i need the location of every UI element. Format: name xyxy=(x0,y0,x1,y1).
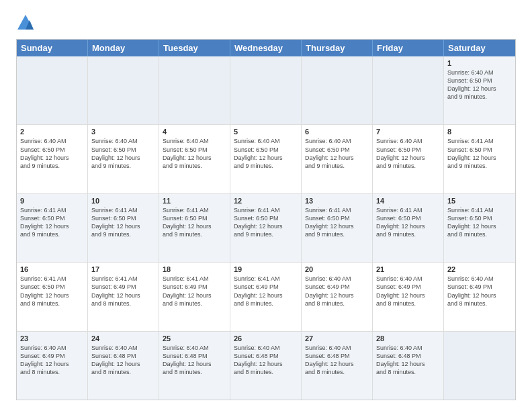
day-info: Sunrise: 6:40 AM Sunset: 6:48 PM Dayligh… xyxy=(163,344,226,377)
calendar-cell-17: 17Sunrise: 6:41 AM Sunset: 6:49 PM Dayli… xyxy=(88,263,159,330)
day-info: Sunrise: 6:40 AM Sunset: 6:50 PM Dayligh… xyxy=(376,137,440,170)
calendar-cell-22: 22Sunrise: 6:40 AM Sunset: 6:49 PM Dayli… xyxy=(444,263,515,330)
calendar-cell-21: 21Sunrise: 6:40 AM Sunset: 6:49 PM Dayli… xyxy=(373,263,444,330)
day-number: 26 xyxy=(234,334,298,342)
calendar-cell-12: 12Sunrise: 6:41 AM Sunset: 6:50 PM Dayli… xyxy=(230,194,302,262)
calendar-header: SundayMondayTuesdayWednesdayThursdayFrid… xyxy=(17,40,515,56)
day-number: 4 xyxy=(163,128,226,136)
day-info: Sunrise: 6:40 AM Sunset: 6:50 PM Dayligh… xyxy=(163,137,226,170)
calendar-cell-7: 7Sunrise: 6:40 AM Sunset: 6:50 PM Daylig… xyxy=(373,125,444,193)
day-info: Sunrise: 6:41 AM Sunset: 6:50 PM Dayligh… xyxy=(376,206,440,239)
day-info: Sunrise: 6:41 AM Sunset: 6:49 PM Dayligh… xyxy=(91,275,155,308)
day-number: 24 xyxy=(91,334,155,342)
calendar-cell-empty xyxy=(88,56,159,124)
day-number: 2 xyxy=(20,128,84,136)
calendar-cell-23: 23Sunrise: 6:40 AM Sunset: 6:49 PM Dayli… xyxy=(17,332,88,400)
day-number: 19 xyxy=(234,265,298,273)
day-info: Sunrise: 6:41 AM Sunset: 6:50 PM Dayligh… xyxy=(305,206,369,239)
calendar-cell-6: 6Sunrise: 6:40 AM Sunset: 6:50 PM Daylig… xyxy=(302,125,373,193)
day-number: 13 xyxy=(305,197,369,205)
day-number: 28 xyxy=(376,334,440,342)
logo-icon xyxy=(16,13,35,32)
day-info: Sunrise: 6:40 AM Sunset: 6:48 PM Dayligh… xyxy=(376,344,440,377)
calendar-cell-3: 3Sunrise: 6:40 AM Sunset: 6:50 PM Daylig… xyxy=(88,125,159,193)
day-number: 25 xyxy=(163,334,226,342)
header-day-sunday: Sunday xyxy=(17,40,88,56)
day-info: Sunrise: 6:41 AM Sunset: 6:50 PM Dayligh… xyxy=(234,206,298,239)
calendar-cell-18: 18Sunrise: 6:41 AM Sunset: 6:49 PM Dayli… xyxy=(159,263,230,330)
day-number: 8 xyxy=(447,128,512,136)
day-number: 23 xyxy=(20,334,84,342)
day-number: 21 xyxy=(376,265,440,273)
day-number: 20 xyxy=(305,265,369,273)
calendar-cell-empty xyxy=(373,56,444,124)
day-number: 3 xyxy=(91,128,155,136)
day-info: Sunrise: 6:40 AM Sunset: 6:49 PM Dayligh… xyxy=(447,275,512,308)
calendar-cell-26: 26Sunrise: 6:40 AM Sunset: 6:48 PM Dayli… xyxy=(230,332,302,400)
calendar-cell-24: 24Sunrise: 6:40 AM Sunset: 6:48 PM Dayli… xyxy=(88,332,159,400)
header-day-wednesday: Wednesday xyxy=(230,40,302,56)
header-day-friday: Friday xyxy=(373,40,444,56)
day-info: Sunrise: 6:41 AM Sunset: 6:50 PM Dayligh… xyxy=(447,137,512,170)
day-number: 5 xyxy=(234,128,298,136)
day-number: 6 xyxy=(305,128,369,136)
day-info: Sunrise: 6:40 AM Sunset: 6:49 PM Dayligh… xyxy=(20,344,84,377)
calendar-cell-19: 19Sunrise: 6:41 AM Sunset: 6:49 PM Dayli… xyxy=(230,263,302,330)
calendar-cell-13: 13Sunrise: 6:41 AM Sunset: 6:50 PM Dayli… xyxy=(302,194,373,262)
calendar-cell-empty xyxy=(302,56,373,124)
calendar-cell-20: 20Sunrise: 6:40 AM Sunset: 6:49 PM Dayli… xyxy=(302,263,373,330)
header-day-saturday: Saturday xyxy=(444,40,515,56)
page: SundayMondayTuesdayWednesdayThursdayFrid… xyxy=(0,0,532,411)
day-info: Sunrise: 6:40 AM Sunset: 6:50 PM Dayligh… xyxy=(91,137,155,170)
calendar-cell-27: 27Sunrise: 6:40 AM Sunset: 6:48 PM Dayli… xyxy=(302,332,373,400)
day-info: Sunrise: 6:40 AM Sunset: 6:50 PM Dayligh… xyxy=(447,68,512,101)
day-info: Sunrise: 6:41 AM Sunset: 6:50 PM Dayligh… xyxy=(163,206,226,239)
day-info: Sunrise: 6:41 AM Sunset: 6:50 PM Dayligh… xyxy=(91,206,155,239)
calendar-row-4: 23Sunrise: 6:40 AM Sunset: 6:49 PM Dayli… xyxy=(17,331,515,400)
day-number: 27 xyxy=(305,334,369,342)
day-number: 22 xyxy=(447,265,512,273)
calendar-cell-14: 14Sunrise: 6:41 AM Sunset: 6:50 PM Dayli… xyxy=(373,194,444,262)
calendar-cell-28: 28Sunrise: 6:40 AM Sunset: 6:48 PM Dayli… xyxy=(373,332,444,400)
day-number: 16 xyxy=(20,265,84,273)
header-day-thursday: Thursday xyxy=(302,40,373,56)
calendar-body: 1Sunrise: 6:40 AM Sunset: 6:50 PM Daylig… xyxy=(17,56,515,400)
calendar-cell-16: 16Sunrise: 6:41 AM Sunset: 6:50 PM Dayli… xyxy=(17,263,88,330)
calendar-cell-9: 9Sunrise: 6:41 AM Sunset: 6:50 PM Daylig… xyxy=(17,194,88,262)
calendar-cell-1: 1Sunrise: 6:40 AM Sunset: 6:50 PM Daylig… xyxy=(444,56,515,124)
day-info: Sunrise: 6:40 AM Sunset: 6:48 PM Dayligh… xyxy=(234,344,298,377)
day-number: 7 xyxy=(376,128,440,136)
calendar-cell-empty xyxy=(444,332,515,400)
day-info: Sunrise: 6:41 AM Sunset: 6:50 PM Dayligh… xyxy=(20,206,84,239)
day-number: 14 xyxy=(376,197,440,205)
day-number: 1 xyxy=(447,59,512,67)
day-info: Sunrise: 6:41 AM Sunset: 6:50 PM Dayligh… xyxy=(20,275,84,308)
day-number: 12 xyxy=(234,197,298,205)
day-number: 15 xyxy=(447,197,512,205)
calendar-cell-4: 4Sunrise: 6:40 AM Sunset: 6:50 PM Daylig… xyxy=(159,125,230,193)
calendar-row-1: 2Sunrise: 6:40 AM Sunset: 6:50 PM Daylig… xyxy=(17,124,515,193)
header-day-tuesday: Tuesday xyxy=(159,40,230,56)
header xyxy=(16,13,516,32)
calendar-cell-5: 5Sunrise: 6:40 AM Sunset: 6:50 PM Daylig… xyxy=(230,125,302,193)
day-info: Sunrise: 6:40 AM Sunset: 6:48 PM Dayligh… xyxy=(305,344,369,377)
day-info: Sunrise: 6:41 AM Sunset: 6:49 PM Dayligh… xyxy=(234,275,298,308)
calendar-cell-empty xyxy=(230,56,302,124)
day-number: 9 xyxy=(20,197,84,205)
header-day-monday: Monday xyxy=(88,40,159,56)
calendar: SundayMondayTuesdayWednesdayThursdayFrid… xyxy=(16,39,516,400)
day-info: Sunrise: 6:40 AM Sunset: 6:50 PM Dayligh… xyxy=(305,137,369,170)
calendar-row-3: 16Sunrise: 6:41 AM Sunset: 6:50 PM Dayli… xyxy=(17,262,515,330)
calendar-cell-10: 10Sunrise: 6:41 AM Sunset: 6:50 PM Dayli… xyxy=(88,194,159,262)
calendar-cell-empty xyxy=(17,56,88,124)
day-number: 18 xyxy=(163,265,226,273)
day-info: Sunrise: 6:40 AM Sunset: 6:49 PM Dayligh… xyxy=(376,275,440,308)
calendar-row-2: 9Sunrise: 6:41 AM Sunset: 6:50 PM Daylig… xyxy=(17,193,515,262)
day-number: 11 xyxy=(163,197,226,205)
day-info: Sunrise: 6:40 AM Sunset: 6:50 PM Dayligh… xyxy=(234,137,298,170)
calendar-cell-8: 8Sunrise: 6:41 AM Sunset: 6:50 PM Daylig… xyxy=(444,125,515,193)
calendar-cell-2: 2Sunrise: 6:40 AM Sunset: 6:50 PM Daylig… xyxy=(17,125,88,193)
day-info: Sunrise: 6:40 AM Sunset: 6:49 PM Dayligh… xyxy=(305,275,369,308)
calendar-row-0: 1Sunrise: 6:40 AM Sunset: 6:50 PM Daylig… xyxy=(17,56,515,124)
day-info: Sunrise: 6:40 AM Sunset: 6:50 PM Dayligh… xyxy=(20,137,84,170)
